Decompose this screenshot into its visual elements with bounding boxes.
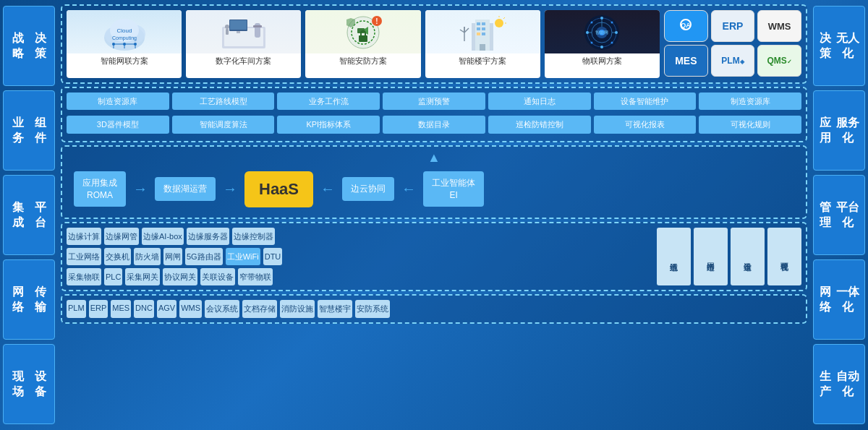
network-edge-row: 边缘计算 边缘网管 边缘AI-box 边缘服务器 边缘控制器: [67, 228, 654, 245]
smart-building-image: [425, 10, 540, 53]
solution-cards-container: Cloud Computing: [67, 10, 660, 78]
5g-router: 5G路由器: [185, 248, 223, 265]
svg-point-53: [600, 46, 603, 48]
app-icons-grid: QA ERP WMS MES PLM◈: [664, 10, 801, 77]
svg-rect-17: [237, 31, 240, 33]
iot-label: 物联网方案: [545, 53, 660, 69]
comp-visual-report: 可视化报表: [594, 116, 697, 133]
sidebar-item-strategy: 战略 决策: [3, 6, 55, 86]
comp-manufacturing-resource2: 制造资源库: [699, 93, 801, 110]
arrow-left-2: ←: [401, 181, 416, 197]
svg-text:QA: QA: [681, 22, 692, 29]
comp-inspection-control: 巡检防错控制: [488, 116, 591, 133]
app-icon-erp: ERP: [711, 10, 755, 42]
field-dnc: DNC: [134, 300, 154, 318]
svg-line-40: [464, 28, 469, 33]
svg-text:智能网: 智能网: [595, 30, 608, 35]
svg-point-58: [591, 41, 593, 43]
ei-item: 工业智能体 EI: [423, 171, 484, 207]
business-components-row2: 3D器件模型 智能调度算法 KPI指标体系 数据目录 巡检防错控制 可视化报表 …: [67, 116, 801, 133]
field-mes: MES: [111, 300, 131, 318]
ops-visual-mgmt: 可视化管理: [767, 228, 801, 286]
sidebar-item-integration: 集成 平台: [3, 175, 55, 255]
network-section: 边缘计算 边缘网管 边缘AI-box 边缘服务器 边缘控制器 工业网络 交换机 …: [61, 222, 807, 292]
roma-item: 应用集成 ROMA: [74, 171, 126, 207]
edge-controller: 边缘控制器: [232, 228, 275, 245]
switch: 交换机: [104, 248, 131, 265]
network-content: 边缘计算 边缘网管 边缘AI-box 边缘服务器 边缘控制器 工业网络 交换机 …: [67, 228, 801, 286]
data-lake-item: 数据湖运营: [155, 177, 216, 201]
field-agv: AGV: [157, 300, 176, 318]
comp-process-route: 工艺路线模型: [172, 93, 275, 110]
haas-item: HaaS: [244, 171, 313, 207]
svg-point-55: [611, 21, 613, 23]
smart-security-image: !: [305, 10, 420, 53]
app-icons-container: QA ERP WMS MES PLM◈: [664, 10, 801, 78]
digital-workshop-label: 数字化车间方案: [186, 53, 301, 69]
integration-section: ▲ 应用集成 ROMA → 数据湖运营 → HaaS ← 边云协同 ← 工业智能: [61, 145, 807, 219]
collect-iot: 采集物联: [67, 268, 101, 285]
app-icon-qms: QMS✓: [757, 45, 801, 77]
edge-compute: 边缘计算: [67, 228, 101, 245]
plc: PLC: [104, 268, 122, 285]
app-icon-qa: QA: [664, 10, 708, 42]
svg-rect-21: [226, 29, 229, 35]
field-security: 安防系统: [355, 300, 390, 318]
up-arrow: ▲: [67, 151, 801, 164]
firewall: 防火墙: [134, 248, 161, 265]
sidebar-item-network: 网络 传输: [3, 259, 55, 340]
smart-security-label: 智能安防方案: [305, 53, 420, 69]
sidebar-item-app-service: 应用 服务化: [813, 90, 865, 171]
field-plm: PLM: [67, 300, 86, 318]
sidebar-item-production-auto: 生产 自动化: [813, 344, 865, 424]
narrowband-iot: 窄带物联: [238, 268, 273, 285]
smart-network-image: Cloud Computing: [67, 10, 182, 53]
edge-ai-box: 边缘AI-box: [142, 228, 184, 245]
svg-rect-19: [253, 25, 262, 27]
integration-row: 应用集成 ROMA → 数据湖运营 → HaaS ← 边云协同 ← 工业智能体 …: [67, 165, 801, 213]
svg-rect-34: [482, 27, 485, 30]
field-doc-storage: 文档存储: [242, 300, 277, 318]
arrow-right-1: →: [133, 181, 148, 197]
network-industrial-row: 工业网络 交换机 防火墙 网闸 5G路由器 工业WiFi DTU: [67, 248, 654, 265]
ops-network: 网络运维: [694, 228, 728, 286]
edge-mgmt: 边缘网管: [104, 228, 139, 245]
solution-card-iot: 智能网 物联网方案: [545, 10, 660, 78]
right-sidebar: 决策 无人化 应用 服务化 管理 平台化 网络 一体化 生产 自动化: [810, 0, 868, 430]
solution-card-smart-security: ! 智能安防方案: [305, 10, 420, 78]
collect-gateway: 采集网关: [125, 268, 160, 285]
svg-rect-26: [359, 35, 367, 42]
sidebar-item-business: 业务 组件: [3, 90, 55, 171]
related-device: 关联设备: [200, 268, 235, 285]
comp-3d-model: 3D器件模型: [67, 116, 169, 133]
comp-biz-workflow: 业务工作流: [277, 93, 380, 110]
main-container: 战略 决策 业务 组件 集成 平台 网络 传输 现场 设备: [0, 0, 868, 430]
sidebar-item-decision: 决策 无人化: [813, 6, 865, 86]
app-icon-plm: PLM◈: [711, 45, 755, 77]
solution-card-smart-building: 智能楼宇方案: [425, 10, 540, 78]
center-content: Cloud Computing: [58, 0, 810, 430]
business-components-row1: 制造资源库 工艺路线模型 业务工作流 监测预警 通知日志 设备智能维护 制造资源…: [67, 93, 801, 110]
comp-scheduling: 智能调度算法: [172, 116, 275, 133]
comp-visual-rules: 可视化规则: [699, 116, 801, 133]
field-smart-building: 智慧楼宇: [318, 300, 352, 318]
svg-text:Computing: Computing: [112, 35, 137, 41]
sidebar-item-network-unified: 网络 一体化: [813, 259, 865, 340]
svg-rect-16: [230, 20, 247, 30]
sidebar-item-field: 现场 设备: [3, 344, 55, 424]
digital-workshop-image: [186, 10, 301, 53]
app-icon-wms: WMS: [757, 10, 801, 42]
svg-point-56: [591, 21, 593, 23]
gateway: 网闸: [163, 248, 182, 265]
svg-text:!: !: [375, 17, 378, 25]
svg-point-57: [611, 41, 613, 43]
sidebar-item-mgmt-platform: 管理 平台化: [813, 175, 865, 255]
left-sidebar: 战略 决策 业务 组件 集成 平台 网络 传输 现场 设备: [0, 0, 58, 430]
solution-card-digital-workshop: 数字化车间方案: [186, 10, 301, 78]
svg-rect-33: [477, 27, 480, 30]
industrial-wifi: 工业WiFi: [226, 248, 260, 265]
network-ops: 系统运维 网络运维 设备运维 可视化管理: [657, 228, 801, 286]
solution-card-smart-network: Cloud Computing: [67, 10, 182, 78]
comp-notify-log: 通知日志: [488, 93, 591, 110]
field-devices-row: PLM ERP MES DNC AGV WMS 会议系统 文档存储 消防设施 智…: [67, 300, 801, 318]
